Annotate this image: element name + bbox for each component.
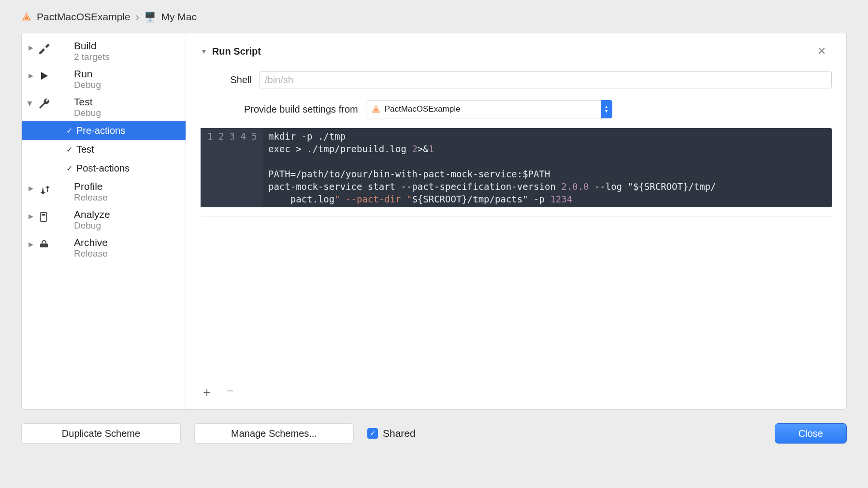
close-icon[interactable]: ✕ [817,45,826,57]
sidebar-item-profile[interactable]: ▶ Profile Release [22,178,186,206]
chevron-right-icon: › [135,11,140,23]
sidebar-subitem-label: Test [76,144,94,155]
provide-settings-label: Provide build settings from [244,104,358,115]
sidebar-item-label: Test [74,96,101,108]
sidebar-item-run[interactable]: ▶ Run Debug [22,65,186,93]
disclosure-triangle-icon[interactable]: ▼ [201,47,207,55]
duplicate-scheme-button[interactable]: Duplicate Scheme [21,423,181,444]
section-title: Run Script [212,46,261,57]
wrench-icon [38,98,53,111]
sidebar-item-analyze[interactable]: ▶ Analyze Debug [22,206,186,234]
shell-input[interactable] [260,71,832,88]
disclosure-triangle-icon[interactable]: ▶ [29,185,33,192]
checkmark-icon: ✓ [66,126,72,135]
sidebar-item-build[interactable]: ▶ Build 2 targets [22,37,186,65]
breadcrumb: PactMacOSExample › 🖥️ My Mac [0,0,868,33]
disclosure-triangle-icon[interactable]: ▶ [29,44,33,51]
scheme-editor-panel: ▶ Build 2 targets ▶ Run Debug [21,33,847,410]
checkmark-icon: ✓ [66,164,72,173]
sidebar-item-label: Profile [74,181,108,192]
manage-schemes-button[interactable]: Manage Schemes... [194,423,354,444]
xcode-app-icon [371,104,381,114]
divider [201,216,832,216]
hammer-icon [38,42,53,55]
sidebar-subitem-test[interactable]: ✓ Test [22,140,186,159]
script-editor[interactable]: 1 2 3 4 5 mkdir -p ./tmp exec > ./tmp/pr… [201,128,832,207]
shared-label: Shared [383,428,416,439]
script-code[interactable]: mkdir -p ./tmp exec > ./tmp/prebuild.log… [262,128,723,207]
sidebar-subitem-label: Pre-actions [76,125,125,136]
disclosure-triangle-icon[interactable]: ▶ [29,72,33,79]
sidebar-item-label: Analyze [74,209,110,220]
add-action-button[interactable]: ＋ [201,384,213,401]
sidebar-subitem-label: Post-actions [76,163,130,174]
shell-label: Shell [223,74,252,86]
close-button[interactable]: Close [775,423,847,444]
button-label: Close [798,428,823,439]
sidebar-item-sublabel: Release [74,192,108,203]
svg-rect-1 [42,214,45,216]
disclosure-triangle-icon[interactable]: ▶ [29,241,33,248]
checkmark-icon: ✓ [66,145,72,154]
sidebar-item-sublabel: Release [74,248,108,259]
sidebar-item-sublabel: Debug [74,80,101,90]
sidebar-item-label: Run [74,68,101,80]
remove-action-button[interactable]: − [227,384,234,401]
sidebar-subitem-pre-actions[interactable]: ✓ Pre-actions [22,121,186,140]
sidebar-item-sublabel: 2 targets [74,52,110,62]
play-icon [38,70,53,82]
disclosure-triangle-icon[interactable]: ▶ [29,213,33,220]
sidebar-item-test[interactable]: ▶ Test Debug [22,93,186,121]
mac-icon: 🖥️ [144,11,156,23]
sidebar-item-sublabel: Debug [74,108,101,118]
scheme-content: ▼ Run Script ✕ Shell Provide build setti… [186,33,846,409]
stepper-icon[interactable]: ▲▼ [601,100,612,118]
gauge-icon [38,183,53,195]
scheme-sidebar: ▶ Build 2 targets ▶ Run Debug [22,33,186,409]
button-label: Duplicate Scheme [62,428,140,439]
sidebar-item-label: Build [74,40,110,52]
shared-checkbox[interactable]: ✓ [367,428,378,439]
footer: Duplicate Scheme Manage Schemes... ✓ Sha… [0,410,868,457]
button-label: Manage Schemes... [231,428,317,439]
sidebar-subitem-post-actions[interactable]: ✓ Post-actions [22,159,186,178]
xcode-app-icon [21,12,32,22]
breadcrumb-destination[interactable]: My Mac [161,11,197,23]
provide-settings-select[interactable]: PactMacOSExample ▲▼ [366,100,612,118]
sidebar-item-label: Archive [74,237,108,248]
disclosure-triangle-icon[interactable]: ▶ [27,101,34,106]
provide-settings-value: PactMacOSExample [385,104,461,114]
analyze-icon [38,211,53,223]
line-gutter: 1 2 3 4 5 [201,128,262,207]
archive-icon [38,239,53,250]
breadcrumb-scheme[interactable]: PactMacOSExample [37,11,130,23]
sidebar-item-sublabel: Debug [74,220,110,231]
sidebar-item-archive[interactable]: ▶ Archive Release [22,234,186,262]
